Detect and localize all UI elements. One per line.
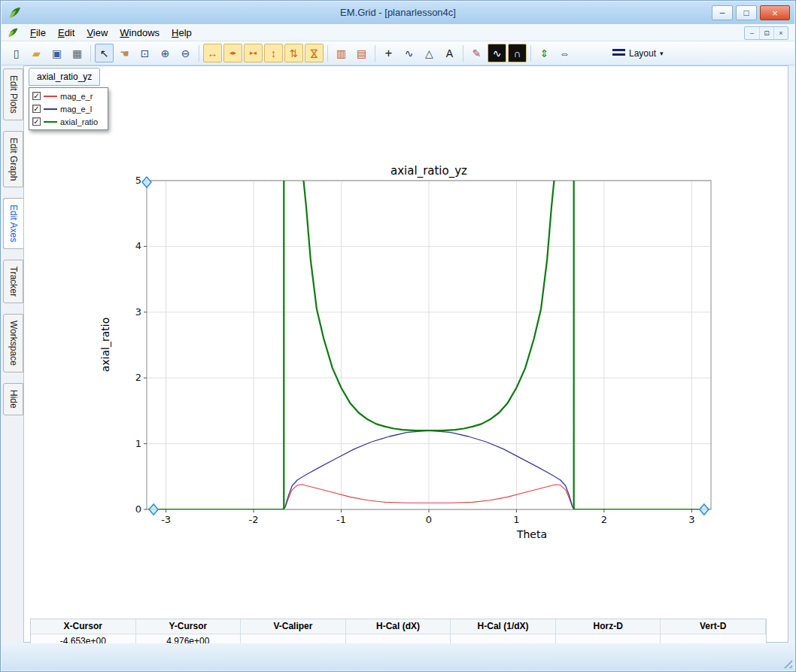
- sidebar-tab-label: Workspace: [8, 321, 19, 366]
- legend-box: ✓mag_e_r✓mag_e_l✓axial_ratio: [29, 87, 108, 130]
- filter-button[interactable]: ∩: [508, 44, 527, 62]
- axes-curve-icon: ∿: [405, 48, 414, 59]
- sidebar-tab-strip: Edit PlotsEdit GraphEdit AxesTrackerWork…: [1, 65, 23, 643]
- sidebar-tab-tracker[interactable]: Tracker: [3, 260, 23, 303]
- pan-hand-icon: ☚: [120, 48, 129, 59]
- status-header-h-cal-1-dx-: H-Cal (1/dX): [451, 619, 556, 634]
- slope-marker-icon: △: [425, 48, 433, 59]
- toolbar-separator: [463, 45, 463, 62]
- layout-menu-button[interactable]: Layout ▾: [606, 45, 670, 62]
- zoom-window-button[interactable]: ⊡: [135, 44, 154, 62]
- autoscale-y-button[interactable]: ⋈: [305, 44, 324, 62]
- menu-view[interactable]: View: [81, 25, 114, 41]
- menu-windows[interactable]: Windows: [114, 25, 166, 41]
- sidebar-tab-hide[interactable]: Hide: [3, 383, 23, 415]
- maximize-button[interactable]: □: [736, 5, 757, 20]
- menu-bar: FileEditViewWindowsHelp – ⊡ ×: [2, 24, 794, 41]
- legend-entry-mag_e_l: ✓mag_e_l: [32, 103, 105, 114]
- child-restore-button[interactable]: ⊡: [759, 27, 773, 39]
- crosshair-icon: +: [385, 47, 393, 59]
- pan-x-out-icon: ◂▸: [229, 50, 236, 56]
- axis-cursor-handle[interactable]: [149, 504, 158, 515]
- fit-vertical-button[interactable]: ⇕: [535, 44, 554, 62]
- filter-icon: ∩: [513, 48, 521, 59]
- x-tick-label: 2: [601, 514, 607, 525]
- legend-checkbox-axial_ratio[interactable]: ✓: [32, 117, 41, 126]
- pan-x-out-button[interactable]: ◂▸: [223, 44, 242, 62]
- expand-x-button[interactable]: ↔: [203, 44, 222, 62]
- pan-x-in-button[interactable]: ▸◂: [244, 44, 263, 62]
- document-logo-icon: [7, 26, 20, 39]
- y-tick-label: 5: [135, 175, 141, 186]
- fft-button[interactable]: ∿: [488, 44, 506, 62]
- text-label-icon: A: [446, 48, 453, 59]
- slope-marker-button[interactable]: △: [420, 44, 439, 62]
- zoom-in-button[interactable]: ⊕: [156, 44, 175, 62]
- horizontal-plot-icon: ▤: [357, 48, 366, 59]
- y-tick-label: 3: [135, 306, 141, 318]
- close-button[interactable]: ×: [760, 5, 790, 20]
- status-header-vert-d: Vert-D: [661, 619, 766, 634]
- sidebar-tab-label: Hide: [8, 390, 19, 409]
- status-header-horz-d: Horz-D: [556, 619, 661, 634]
- menu-edit[interactable]: Edit: [52, 25, 81, 41]
- sidebar-tab-edit-plots[interactable]: Edit Plots: [3, 68, 23, 120]
- x-tick-label: 3: [688, 514, 694, 525]
- fft-icon: ∿: [493, 48, 502, 59]
- app-window: EM.Grid - [planarlesson4c] – □ × FileEdi…: [0, 0, 796, 672]
- sidebar-tab-edit-axes[interactable]: Edit Axes: [3, 198, 24, 249]
- save-icon: ▣: [52, 48, 62, 59]
- edit-colors-icon: ✎: [472, 48, 482, 59]
- pan-x-in-icon: ▸◂: [250, 50, 257, 56]
- pan-hand-button[interactable]: ☚: [115, 44, 134, 62]
- legend-line-sample: [44, 121, 57, 123]
- child-window-controls: – ⊡ ×: [744, 26, 788, 40]
- edit-colors-button[interactable]: ✎: [467, 44, 486, 62]
- text-label-button[interactable]: A: [440, 44, 459, 62]
- print-button[interactable]: ▦: [68, 44, 87, 62]
- layout-icon: [612, 49, 625, 57]
- legend-entry-axial_ratio: ✓axial_ratio: [32, 116, 105, 127]
- menu-file[interactable]: File: [24, 25, 52, 41]
- axis-cursor-handle[interactable]: [700, 504, 709, 515]
- y-tick-label: 4: [135, 240, 141, 251]
- sidebar-tab-edit-graph[interactable]: Edit Graph: [3, 131, 23, 187]
- new-file-button[interactable]: ▯: [7, 44, 26, 62]
- document-tab-axial-ratio-yz[interactable]: axial_ratio_yz: [29, 68, 100, 86]
- y-tick-label: 1: [135, 438, 141, 449]
- zoom-out-icon: ⊖: [181, 48, 190, 59]
- x-tick-label: -3: [161, 514, 171, 525]
- toolbar-buttons: ▯▰▣▦↖☚⊡⊕⊖↔◂▸▸◂↕⇅⋈▥▤+∿△A✎∿∩⇕⇔: [6, 44, 575, 62]
- legend-line-sample: [44, 96, 57, 97]
- sidebar-tab-label: Edit Plots: [8, 75, 19, 114]
- pan-y-button[interactable]: ⇅: [284, 44, 303, 62]
- axis-cursor-handle[interactable]: [142, 177, 151, 187]
- minimize-button[interactable]: –: [712, 5, 733, 20]
- save-button[interactable]: ▣: [47, 44, 66, 62]
- child-minimize-button[interactable]: –: [745, 27, 759, 39]
- crosshair-button[interactable]: +: [379, 44, 398, 62]
- child-close-button[interactable]: ×: [773, 27, 788, 39]
- expand-y-button[interactable]: ↕: [264, 44, 283, 62]
- menu-help[interactable]: Help: [166, 25, 198, 41]
- y-tick-label: 2: [135, 372, 141, 383]
- select-pointer-button[interactable]: ↖: [95, 44, 114, 62]
- status-bar: [2, 643, 794, 670]
- chart-canvas[interactable]: -3-2-10123012345: [24, 66, 789, 643]
- legend-checkbox-mag_e_l[interactable]: ✓: [32, 105, 41, 113]
- x-tick-label: 0: [426, 514, 432, 525]
- vertical-plot-button[interactable]: ▥: [332, 44, 351, 62]
- legend-checkbox-mag_e_r[interactable]: ✓: [32, 92, 41, 100]
- resize-grip[interactable]: [781, 657, 792, 668]
- zoom-out-button[interactable]: ⊖: [176, 44, 195, 62]
- axes-curve-button[interactable]: ∿: [400, 44, 418, 62]
- fit-horizontal-button[interactable]: ⇔: [555, 44, 574, 62]
- menu-items: FileEditViewWindowsHelp: [24, 24, 198, 41]
- open-file-button[interactable]: ▰: [27, 44, 46, 62]
- status-header-h-cal-dx-: H-Cal (dX): [346, 619, 451, 634]
- sidebar-tab-workspace[interactable]: Workspace: [3, 314, 23, 372]
- toolbar-separator: [530, 45, 531, 62]
- horizontal-plot-button[interactable]: ▤: [352, 44, 371, 62]
- status-header-x-cursor: X-Cursor: [31, 619, 136, 634]
- legend-label: mag_e_r: [60, 92, 93, 101]
